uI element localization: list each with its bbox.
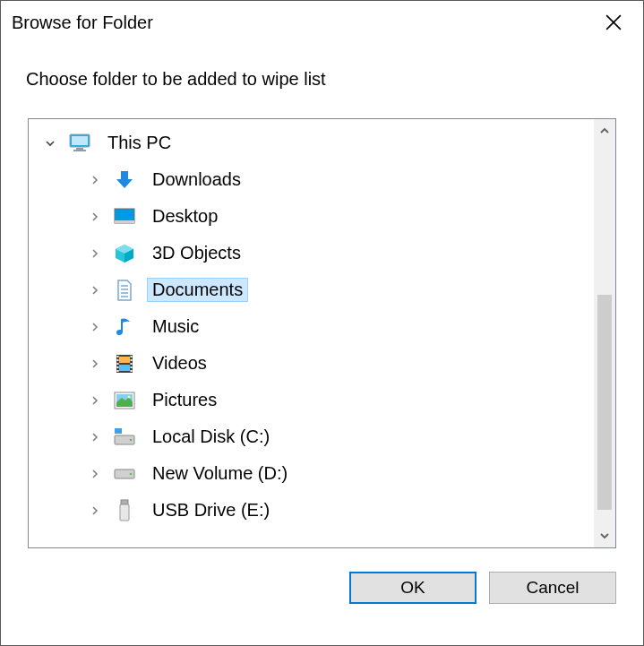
chevron-right-icon[interactable] [86,171,104,189]
tree-row-label: Desktop [147,204,223,228]
svg-rect-27 [131,370,133,372]
svg-rect-31 [116,402,133,407]
ok-button[interactable]: OK [349,572,477,604]
chevron-right-icon[interactable] [86,355,104,373]
tree-item-documents[interactable]: Documents [29,271,594,308]
chevron-right-icon[interactable] [86,428,104,446]
chevron-right-icon[interactable] [86,502,104,520]
tree-item-new-volume-d[interactable]: New Volume (D:) [29,455,594,492]
pc-monitor-icon [66,130,93,157]
desktop-screen-icon [111,203,138,230]
close-button[interactable] [584,1,643,44]
download-arrow-icon [111,167,138,194]
close-icon [605,14,622,30]
hard-drive-icon [111,461,138,487]
tree-row-label: Local Disk (C:) [147,425,275,449]
svg-rect-23 [131,356,133,357]
landscape-photo-icon [111,387,138,414]
usb-drive-icon [111,497,138,524]
vertical-scrollbar[interactable] [594,119,615,547]
svg-rect-19 [117,359,119,361]
document-page-icon [111,277,138,304]
tree-item-desktop[interactable]: Desktop [29,198,594,235]
tree-row-label: Documents [147,278,248,302]
dialog-button-row: OK Cancel [1,548,643,604]
tree-root-this-pc[interactable]: This PC [29,125,594,161]
tree-row-label: 3D Objects [147,241,246,265]
svg-rect-17 [119,365,130,371]
svg-rect-4 [76,148,83,150]
music-note-icon [111,314,138,340]
tree-row-label: Music [147,314,204,339]
svg-rect-16 [119,357,130,363]
scroll-up-arrow-icon[interactable] [594,119,615,142]
folder-tree[interactable]: This PC Downloads Deskt [29,119,594,547]
chevron-right-icon[interactable] [86,465,104,483]
tree-item-videos[interactable]: Videos [29,345,594,382]
cancel-button[interactable]: Cancel [489,572,616,604]
svg-rect-22 [117,370,119,372]
scroll-thumb[interactable] [597,295,612,510]
tree-item-local-disk-c[interactable]: Local Disk (C:) [29,418,594,455]
chevron-right-icon[interactable] [86,392,104,409]
chevron-right-icon[interactable] [86,281,104,299]
svg-rect-25 [131,363,133,365]
tree-item-3d-objects[interactable]: 3D Objects [29,235,594,271]
tree-row-label: USB Drive (E:) [147,498,275,522]
folder-tree-container: This PC Downloads Deskt [28,118,616,548]
dialog-title: Browse for Folder [12,13,584,33]
svg-point-32 [128,395,131,398]
svg-rect-3 [72,136,88,145]
chevron-right-icon[interactable] [86,208,104,226]
instruction-label: Choose folder to be added to wipe list [1,44,643,93]
chevron-right-icon[interactable] [86,318,104,336]
tree-item-usb-drive-e[interactable]: USB Drive (E:) [29,492,594,529]
svg-rect-26 [131,366,133,368]
svg-rect-21 [117,366,119,368]
svg-rect-24 [131,359,133,361]
cube-3d-icon [111,240,138,267]
svg-rect-39 [120,504,129,521]
scroll-down-arrow-icon[interactable] [594,524,615,547]
tree-row-label: Videos [147,351,212,375]
svg-rect-7 [115,220,134,223]
hard-drive-icon [111,424,138,451]
svg-point-37 [130,472,133,475]
tree-item-pictures[interactable]: Pictures [29,382,594,418]
tree-row-label: Pictures [147,388,222,412]
tree-row-label: This PC [102,131,176,155]
svg-rect-38 [121,500,128,504]
svg-rect-18 [117,356,119,357]
titlebar: Browse for Folder [1,1,643,44]
svg-rect-33 [115,428,122,434]
svg-rect-5 [73,150,86,151]
film-strip-icon [111,350,138,377]
tree-item-music[interactable]: Music [29,308,594,345]
chevron-right-icon[interactable] [86,245,104,263]
tree-row-label: Downloads [147,168,246,192]
svg-point-35 [130,438,133,441]
chevron-down-icon[interactable] [41,134,59,152]
tree-item-downloads[interactable]: Downloads [29,161,594,198]
scroll-track[interactable] [594,142,615,524]
tree-row-label: New Volume (D:) [147,461,293,486]
svg-rect-20 [117,363,119,365]
